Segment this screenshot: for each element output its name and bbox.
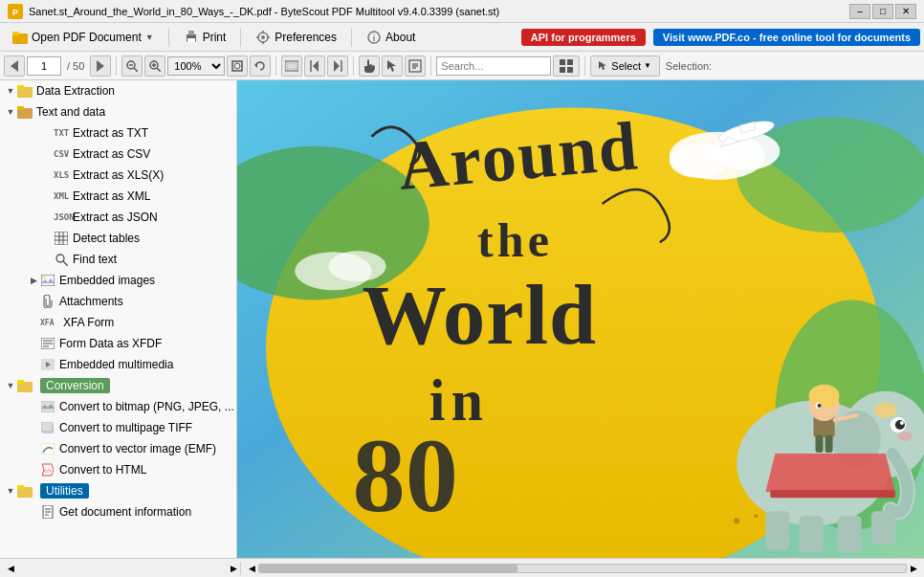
text-and-data-label: Text and data <box>36 105 105 119</box>
pdf-viewer-area: Around the World in 80 <box>237 80 924 558</box>
svg-marker-16 <box>97 60 104 72</box>
conversion-group[interactable]: ▼ Conversion <box>0 375 236 396</box>
svg-text:the: the <box>477 213 553 267</box>
zoom-in-button[interactable] <box>144 55 165 77</box>
select-arrow-button[interactable] <box>382 55 403 77</box>
folder-icon <box>12 30 28 45</box>
prev-page-button[interactable] <box>304 55 325 77</box>
hand-tool-button[interactable] <box>359 55 380 77</box>
svg-point-104 <box>874 403 897 418</box>
window-controls: – □ ✕ <box>849 4 916 19</box>
svg-marker-42 <box>599 61 606 70</box>
convert-bitmap-item[interactable]: Convert to bitmap (PNG, JPEG, ... <box>0 396 236 417</box>
status-bar-left: ◀ ▶ <box>4 562 241 575</box>
text-and-data-group[interactable]: ▼ Text and data <box>0 101 236 122</box>
search-input[interactable] <box>436 56 551 76</box>
embedded-multimedia-item[interactable]: Embedded multimedia <box>0 354 236 375</box>
svg-text:World: World <box>363 268 598 362</box>
detect-tables-expander <box>40 232 54 245</box>
toolbar-sep-4 <box>430 56 431 76</box>
doc-info-item[interactable]: Get document information <box>0 501 236 522</box>
svg-rect-40 <box>560 67 565 73</box>
utilities-expander: ▼ <box>4 484 17 498</box>
zoom-out-button[interactable] <box>121 55 143 77</box>
data-extraction-group[interactable]: ▼ Data Extraction <box>0 80 236 101</box>
toolbar-sep-5 <box>584 56 585 76</box>
attachments-icon <box>40 294 55 309</box>
page-number-input[interactable]: 1 <box>27 56 61 76</box>
svg-rect-41 <box>567 67 573 73</box>
find-text-item[interactable]: Find text <box>0 249 236 270</box>
pdf-scroll-right-button[interactable]: ▶ <box>907 562 920 575</box>
refresh-button[interactable] <box>250 55 271 77</box>
select-mode-button[interactable]: Select ▼ <box>590 55 660 77</box>
doc-info-icon <box>40 504 55 520</box>
about-menu-item[interactable]: i About <box>358 26 424 49</box>
embedded-images-icon <box>40 273 55 288</box>
xml-type-label: XML <box>54 191 73 201</box>
fit-page-button[interactable] <box>227 55 248 77</box>
json-type-label: JSON <box>54 212 73 222</box>
convert-html-expander <box>27 463 40 477</box>
main-layout: ▼ Data Extraction ▼ Text and data TXT Ex… <box>0 80 924 558</box>
scroll-right-button[interactable]: ▶ <box>227 562 240 575</box>
search-in-pdf-button[interactable] <box>405 55 426 77</box>
attachments-item[interactable]: Attachments <box>0 291 236 312</box>
form-data-item[interactable]: Form Data as XFDF <box>0 333 236 354</box>
extract-txt-label: Extract as TXT <box>73 126 148 140</box>
xfa-form-label: XFA Form <box>63 316 114 329</box>
select-label: Select <box>611 60 641 72</box>
convert-tiff-item[interactable]: Convert to multipage TIFF <box>0 417 236 438</box>
convert-emf-item[interactable]: Convert to vector image (EMF) <box>0 438 236 459</box>
print-menu-item[interactable]: Print <box>175 26 235 49</box>
minimize-button[interactable]: – <box>849 4 870 19</box>
svg-text:i: i <box>373 33 376 43</box>
svg-rect-44 <box>17 85 24 89</box>
svg-rect-110 <box>770 490 895 498</box>
extract-csv-item[interactable]: CSV Extract as CSV <box>0 144 236 165</box>
utilities-group[interactable]: ▼ Utilities <box>0 480 236 501</box>
preferences-menu-item[interactable]: Preferences <box>247 26 345 49</box>
svg-point-113 <box>808 385 839 408</box>
maximize-button[interactable]: □ <box>872 4 893 19</box>
extract-xml-expander <box>40 189 54 203</box>
print-icon <box>184 30 199 45</box>
extract-json-item[interactable]: JSON Extract as JSON <box>0 207 236 228</box>
find-button[interactable] <box>553 55 580 77</box>
xfa-form-item[interactable]: XFA XFA Form <box>0 312 236 333</box>
svg-rect-28 <box>287 63 297 69</box>
extract-txt-item[interactable]: TXT Extract as TXT <box>0 122 236 144</box>
close-button[interactable]: ✕ <box>895 4 916 19</box>
csv-type-label: CSV <box>54 149 73 159</box>
form-data-label: Form Data as XFDF <box>59 337 162 350</box>
next-page-button[interactable] <box>327 55 348 77</box>
attachments-label: Attachments <box>59 295 123 308</box>
pdf-scroll-left-button[interactable]: ◀ <box>245 562 258 575</box>
api-button[interactable]: API for programmers <box>521 29 646 46</box>
svg-rect-6 <box>187 38 195 42</box>
svg-rect-46 <box>17 106 24 110</box>
find-text-expander <box>40 253 54 266</box>
scroll-left-button[interactable]: ◀ <box>4 562 17 575</box>
detect-tables-item[interactable]: Detect tables <box>0 228 236 249</box>
svg-point-91 <box>670 144 727 178</box>
form-data-icon <box>40 336 55 351</box>
convert-html-item[interactable]: </> Convert to HTML <box>0 459 236 480</box>
zoom-select[interactable]: 100% 75% 125% 150% <box>167 56 225 76</box>
xfa-type-label: XFA <box>40 319 63 327</box>
horizontal-scrollbar[interactable] <box>258 564 907 573</box>
svg-rect-5 <box>188 31 194 35</box>
embedded-images-item[interactable]: ▶ Embedded images <box>0 270 236 291</box>
convert-tiff-label: Convert to multipage TIFF <box>59 421 192 434</box>
visit-button[interactable]: Visit www.PDF.co - free online tool for … <box>653 29 920 46</box>
svg-rect-106 <box>799 516 823 552</box>
extract-xml-item[interactable]: XML Extract as XML <box>0 186 236 207</box>
nav-forward-button[interactable] <box>90 55 111 77</box>
svg-line-21 <box>157 68 161 72</box>
nav-back-button[interactable] <box>4 55 25 77</box>
svg-text:80: 80 <box>353 417 458 534</box>
svg-rect-117 <box>816 435 824 453</box>
open-pdf-menu-item[interactable]: Open PDF Document ▼ <box>4 26 163 49</box>
fit-width-button[interactable] <box>281 55 302 77</box>
extract-xls-item[interactable]: XLS Extract as XLS(X) <box>0 165 236 186</box>
